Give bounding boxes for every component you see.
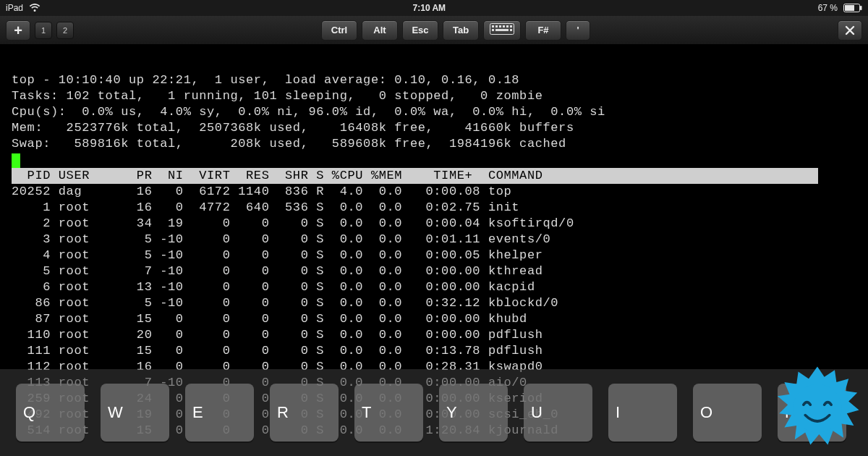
svg-rect-1 — [845, 5, 854, 11]
top-cpu-line: Cpu(s): 0.0% us, 4.0% sy, 0.0% ni, 96.0%… — [12, 105, 605, 119]
session-tab-2[interactable]: 2 — [56, 22, 74, 39]
status-time: 7:10 AM — [413, 3, 446, 13]
soft-key-o[interactable]: O — [693, 384, 762, 442]
svg-rect-4 — [492, 25, 494, 28]
battery-icon — [843, 4, 862, 12]
svg-rect-5 — [495, 25, 498, 28]
svg-rect-9 — [510, 25, 512, 28]
session-tab-1[interactable]: 1 — [35, 22, 52, 39]
battery-pct: 67 % — [818, 3, 838, 13]
process-row: 5 root 7 -10 0 0 0 S 0.0 0.0 0:00.00 kth… — [12, 264, 543, 278]
soft-keyboard[interactable]: QWERTYUIOP — [0, 369, 868, 456]
svg-rect-8 — [506, 25, 509, 28]
ctrl-key-button[interactable]: Ctrl — [321, 20, 357, 41]
device-label: iPad — [6, 3, 23, 13]
apostrophe-key-button[interactable]: ' — [566, 20, 590, 41]
ios-status-bar: iPad 7:10 AM 67 % — [0, 0, 868, 16]
top-column-header: PID USER PR NI VIRT RES SHR S %CPU %MEM … — [12, 168, 818, 184]
process-row: 87 root 15 0 0 0 0 S 0.0 0.0 0:00.00 khu… — [12, 312, 527, 326]
soft-key-y[interactable]: Y — [439, 384, 508, 442]
keyboard-icon — [490, 23, 514, 37]
process-row: 110 root 20 0 0 0 0 S 0.0 0.0 0:00.00 pd… — [12, 328, 543, 342]
svg-rect-2 — [860, 6, 862, 10]
wifi-icon — [29, 4, 41, 12]
top-swap-line: Swap: 589816k total, 208k used, 589608k … — [12, 137, 566, 151]
mascot-sticker — [774, 365, 861, 452]
svg-rect-10 — [492, 29, 494, 31]
keyboard-toggle-button[interactable] — [483, 20, 521, 41]
svg-point-14 — [793, 384, 841, 432]
new-session-button[interactable]: + — [6, 20, 30, 41]
process-row: 6 root 13 -10 0 0 0 S 0.0 0.0 0:00.00 ka… — [12, 280, 535, 294]
svg-rect-6 — [499, 25, 501, 28]
close-session-button[interactable] — [838, 20, 862, 41]
top-mem-line: Mem: 2523776k total, 2507368k used, 1640… — [12, 121, 574, 135]
process-row: 20252 dag 16 0 6172 1140 836 R 4.0 0.0 0… — [12, 185, 511, 198]
top-uptime-line: top - 10:10:40 up 22:21, 1 user, load av… — [12, 73, 519, 87]
svg-rect-12 — [510, 29, 512, 31]
soft-key-w[interactable]: W — [101, 384, 169, 442]
soft-key-t[interactable]: T — [354, 384, 423, 442]
alt-key-button[interactable]: Alt — [362, 20, 398, 41]
top-tasks-line: Tasks: 102 total, 1 running, 101 sleepin… — [12, 89, 543, 103]
process-row: 3 root 5 -10 0 0 0 S 0.0 0.0 0:01.11 eve… — [12, 232, 550, 246]
process-row: 4 root 5 -10 0 0 0 S 0.0 0.0 0:00.05 khe… — [12, 248, 543, 262]
ssh-app-toolbar: + 1 2 Ctrl Alt Esc Tab F# ' — [0, 16, 868, 45]
soft-key-q[interactable]: Q — [16, 384, 85, 442]
fn-key-button[interactable]: F# — [525, 20, 561, 41]
terminal-cursor — [12, 153, 20, 168]
esc-key-button[interactable]: Esc — [402, 20, 438, 41]
close-icon — [845, 25, 855, 35]
svg-rect-11 — [495, 29, 509, 31]
process-row: 1 root 16 0 4772 640 536 S 0.0 0.0 0:02.… — [12, 200, 519, 214]
soft-key-r[interactable]: R — [270, 384, 339, 442]
soft-key-u[interactable]: U — [524, 384, 592, 442]
soft-key-e[interactable]: E — [185, 384, 254, 442]
tab-key-button[interactable]: Tab — [443, 20, 479, 41]
process-row: 2 root 34 19 0 0 0 S 0.0 0.0 0:00.04 kso… — [12, 216, 574, 230]
svg-rect-7 — [503, 25, 505, 28]
process-row: 86 root 5 -10 0 0 0 S 0.0 0.0 0:32.12 kb… — [12, 296, 558, 310]
process-row: 111 root 15 0 0 0 0 S 0.0 0.0 0:13.78 pd… — [12, 344, 543, 358]
soft-key-i[interactable]: I — [608, 384, 677, 442]
